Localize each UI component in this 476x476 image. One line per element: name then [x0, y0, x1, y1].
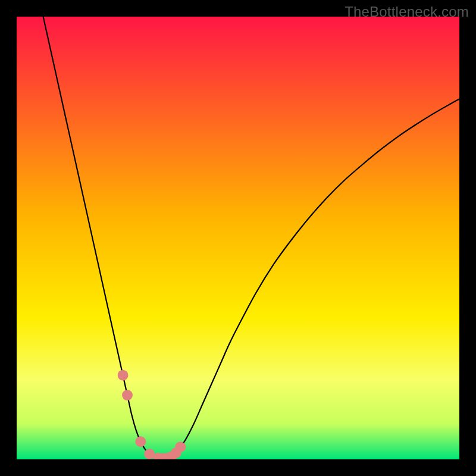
bottleneck-curve-plot [17, 17, 459, 459]
data-point-marker [135, 436, 146, 447]
chart-frame: TheBottleneck.com [0, 0, 476, 476]
data-point-marker [118, 370, 129, 381]
data-point-marker [175, 441, 186, 452]
gradient-background [17, 17, 459, 459]
data-point-marker [122, 390, 133, 400]
